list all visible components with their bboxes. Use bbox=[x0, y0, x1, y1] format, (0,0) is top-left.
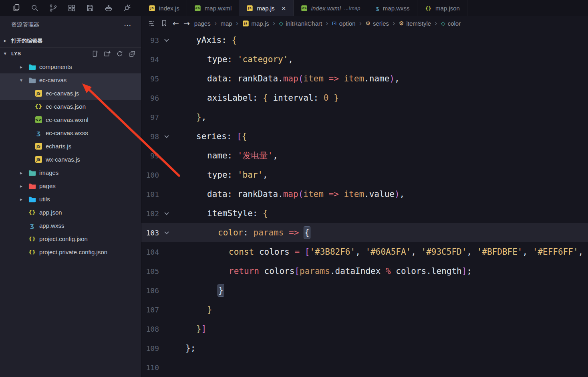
code-token bbox=[284, 228, 289, 237]
code-line-103[interactable]: 103color: params => { bbox=[141, 223, 588, 242]
tree-item-project.private.config.json[interactable]: {}project.private.config.json bbox=[0, 245, 141, 259]
gear-symbol-icon: ⚙ bbox=[399, 20, 404, 26]
code-line-106[interactable]: 106} bbox=[141, 281, 588, 300]
refresh-icon[interactable] bbox=[117, 51, 123, 57]
code-token: : bbox=[227, 132, 237, 141]
source-control-icon[interactable] bbox=[49, 4, 58, 12]
code-token: } bbox=[329, 93, 339, 103]
tree-item-ec-canvas.js[interactable]: JSec-canvas.js bbox=[0, 87, 141, 100]
tree-item-components[interactable]: ▸components bbox=[0, 60, 141, 73]
code-line-110[interactable]: 110 bbox=[141, 358, 588, 377]
tree-item-echarts.js[interactable]: JSecharts.js bbox=[0, 140, 141, 153]
breadcrumb-item-option[interactable]: ⊡option bbox=[332, 20, 356, 27]
tab-index.js[interactable]: JSindex.js bbox=[141, 0, 187, 16]
open-editors-section[interactable]: ▸ 打开的编辑器 bbox=[0, 34, 141, 47]
plugin-icon[interactable] bbox=[123, 4, 131, 12]
docker-icon[interactable] bbox=[104, 4, 113, 12]
code-line-101[interactable]: 101data: rankData.map(item => item.value… bbox=[141, 184, 588, 204]
save-all-icon[interactable] bbox=[86, 4, 95, 12]
code-token: map bbox=[283, 74, 298, 83]
code-token: item bbox=[303, 189, 324, 199]
bookmark-icon[interactable] bbox=[160, 19, 168, 27]
tab-map.wxss[interactable]: ʒmap.wxss bbox=[368, 0, 417, 16]
more-actions-icon[interactable]: ⋯ bbox=[124, 20, 132, 30]
tree-item-project.config.json[interactable]: {}project.config.json bbox=[0, 232, 141, 245]
folder-icon bbox=[28, 196, 36, 203]
breadcrumb-item-map.js[interactable]: JSmap.js bbox=[242, 20, 269, 27]
code-line-104[interactable]: 104const colors = ['#3B82F6', '#60A5FA',… bbox=[141, 242, 588, 261]
new-folder-icon[interactable] bbox=[104, 51, 111, 57]
breadcrumb-item-initRankChart[interactable]: ◇initRankChart bbox=[279, 20, 322, 27]
tree-item-pages[interactable]: ▸pages bbox=[0, 179, 141, 193]
tree-item-ec-canvas.json[interactable]: {}ec-canvas.json bbox=[0, 100, 141, 113]
line-number: 100 bbox=[141, 171, 160, 179]
tree-item-app.wxss[interactable]: ʒapp.wxss bbox=[0, 219, 141, 232]
new-file-icon[interactable] bbox=[92, 51, 98, 57]
code-text: yAxis: { bbox=[173, 35, 237, 45]
code-line-99[interactable]: 99name: '发电量', bbox=[141, 146, 588, 165]
outline-icon[interactable] bbox=[148, 19, 156, 27]
line-number: 105 bbox=[141, 267, 160, 276]
folder-icon bbox=[28, 77, 36, 83]
nav-back-button[interactable]: ← bbox=[173, 19, 179, 28]
fold-chevron-icon[interactable] bbox=[160, 135, 173, 138]
breadcrumb-item-itemStyle[interactable]: ⚙itemStyle bbox=[399, 20, 431, 27]
tab-map.json[interactable]: {}map.json bbox=[417, 0, 467, 16]
code-token: . bbox=[364, 74, 369, 83]
tree-item-label: images bbox=[39, 169, 58, 176]
code-token: '#60A5FA' bbox=[365, 247, 411, 257]
code-token: ( bbox=[298, 74, 304, 83]
fold-chevron-icon[interactable] bbox=[160, 39, 173, 42]
code-line-105[interactable]: 105return colors[params.dataIndex % colo… bbox=[141, 261, 588, 281]
tree-item-ec-canvas.wxss[interactable]: ʒec-canvas.wxss bbox=[0, 126, 141, 140]
workspace-section[interactable]: ▾ LYS bbox=[0, 47, 141, 59]
line-number: 97 bbox=[141, 113, 160, 122]
breadcrumb-item-series[interactable]: ⚙series bbox=[365, 20, 389, 27]
breadcrumb-item-color[interactable]: ◇color bbox=[441, 20, 461, 27]
tree-item-label: ec-canvas.js bbox=[46, 90, 79, 97]
code-line-108[interactable]: 108}] bbox=[141, 319, 588, 338]
tab-map.wxml[interactable]: <>map.wxml bbox=[187, 0, 240, 16]
code-line-100[interactable]: 100type: 'bar', bbox=[141, 165, 588, 184]
code-token: '#BFDBFE' bbox=[477, 247, 523, 257]
breadcrumb-label: option bbox=[339, 20, 356, 27]
code-line-109[interactable]: 109}; bbox=[141, 338, 588, 358]
line-number: 106 bbox=[141, 286, 160, 295]
code-editor[interactable]: 93yAxis: {94type: 'category',95data: ran… bbox=[141, 30, 588, 377]
code-line-107[interactable]: 107} bbox=[141, 300, 588, 319]
nav-forward-button[interactable]: → bbox=[183, 19, 190, 28]
code-token: value bbox=[369, 189, 395, 199]
code-token: : bbox=[228, 170, 238, 180]
tree-item-label: project.config.json bbox=[39, 235, 88, 242]
files-icon[interactable] bbox=[12, 4, 21, 12]
breadcrumb-item-map[interactable]: map bbox=[221, 20, 232, 27]
code-line-96[interactable]: 96axisLabel: { interval: 0 } bbox=[141, 88, 588, 107]
tree-item-utils[interactable]: ▸utils bbox=[0, 193, 141, 206]
chevron-down-icon bbox=[164, 230, 169, 234]
breadcrumb-item-pages[interactable]: pages bbox=[194, 20, 211, 27]
tab-map.js[interactable]: JSmap.js× bbox=[239, 0, 293, 16]
tree-item-ec-canvas.wxml[interactable]: <>ec-canvas.wxml bbox=[0, 113, 141, 126]
js-file-icon: JS bbox=[247, 5, 253, 11]
tree-item-ec-canvas[interactable]: ▾ec-canvas bbox=[0, 73, 141, 87]
tree-item-app.json[interactable]: {}app.json bbox=[0, 206, 141, 219]
fold-chevron-icon[interactable] bbox=[160, 231, 173, 234]
code-token bbox=[324, 74, 329, 83]
code-line-94[interactable]: 94type: 'category', bbox=[141, 50, 588, 69]
breadcrumb-label: color bbox=[448, 20, 461, 27]
code-token: . bbox=[278, 189, 283, 199]
code-line-93[interactable]: 93yAxis: { bbox=[141, 30, 588, 50]
code-line-102[interactable]: 102itemStyle: { bbox=[141, 204, 588, 223]
search-icon[interactable] bbox=[30, 4, 39, 12]
tab-index.wxml[interactable]: <>index.wxml...\map bbox=[294, 0, 368, 16]
code-token: series bbox=[196, 132, 227, 141]
tree-item-wx-canvas.js[interactable]: JSwx-canvas.js bbox=[0, 153, 141, 166]
extensions-icon[interactable] bbox=[67, 4, 76, 12]
collapse-all-icon[interactable] bbox=[129, 51, 135, 57]
code-line-98[interactable]: 98series: [{ bbox=[141, 127, 588, 146]
code-line-95[interactable]: 95data: rankData.map(item => item.name), bbox=[141, 69, 588, 88]
code-line-97[interactable]: 97}, bbox=[141, 107, 588, 127]
tree-item-images[interactable]: ▸images bbox=[0, 166, 141, 179]
fold-chevron-icon[interactable] bbox=[160, 212, 173, 215]
close-icon[interactable]: × bbox=[282, 4, 286, 12]
